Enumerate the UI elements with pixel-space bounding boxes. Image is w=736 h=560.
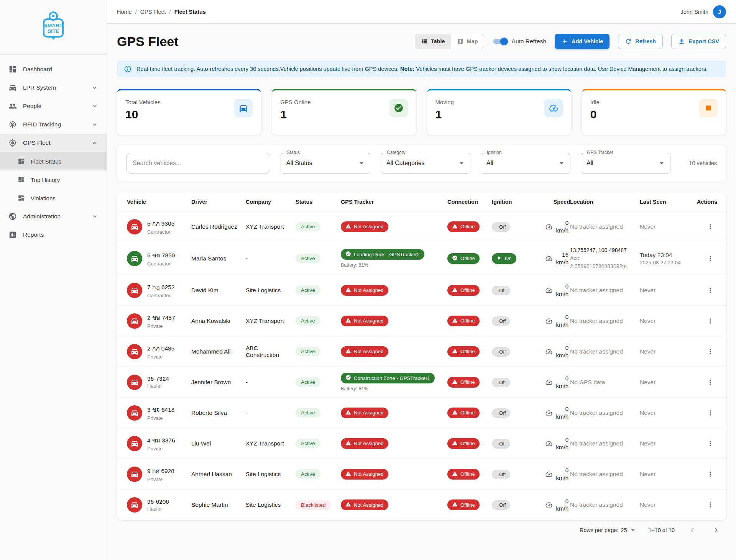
row-actions-button[interactable]: [703, 220, 717, 234]
column-header-status: Status: [296, 199, 341, 205]
sidebar-item-label: GPS Fleet: [23, 139, 51, 146]
filter-select-ignition[interactable]: Ignition All: [481, 153, 570, 174]
chevron-icon: [91, 103, 98, 110]
speed-value: 0: [556, 498, 568, 505]
next-page-button[interactable]: [710, 524, 722, 536]
breadcrumb-gps-fleet[interactable]: GPS Fleet: [140, 9, 166, 15]
speed-unit: km/h: [556, 382, 568, 390]
row-actions-button[interactable]: [703, 467, 717, 481]
search-input[interactable]: [126, 153, 270, 174]
refresh-label: Refresh: [635, 38, 656, 44]
map-view-button[interactable]: Map: [451, 34, 484, 49]
last-seen-main: Today 23:04: [640, 252, 696, 259]
top-bar: Home / GPS Fleet / Fleet Status John Smi…: [107, 0, 736, 24]
sidebar-item-fleet-status[interactable]: Fleet Status: [0, 152, 107, 170]
sidebar-item-dashboard[interactable]: Dashboard: [0, 60, 107, 79]
add-vehicle-button[interactable]: Add Vehicle: [555, 34, 610, 49]
auto-refresh-toggle[interactable]: Auto Refresh: [493, 37, 546, 46]
previous-page-button[interactable]: [686, 524, 698, 536]
status-badge: Blacklisted: [296, 500, 331, 510]
kebab-menu-icon: [706, 470, 714, 478]
ignition-badge: Off: [492, 378, 510, 387]
filter-select-label: Status: [285, 150, 302, 155]
row-actions-button[interactable]: [703, 283, 717, 297]
table-view-button[interactable]: Table: [415, 34, 451, 49]
ignition-badge: Off: [492, 500, 510, 510]
chevron-icon: [91, 84, 98, 91]
warning-icon: [452, 440, 458, 447]
stat-card-value: 1: [435, 108, 454, 121]
vehicle-category: Private: [147, 446, 175, 452]
row-actions-button[interactable]: [703, 252, 717, 265]
status-badge: Active: [296, 408, 320, 418]
sidebar-item-trip-history[interactable]: Trip History: [0, 170, 107, 189]
sidebar-item-label: People: [23, 103, 41, 110]
dropdown-caret-icon: [629, 526, 637, 534]
company-name: Site Logistics: [246, 287, 296, 294]
filter-select-value: All Categories: [386, 160, 425, 167]
row-actions-button[interactable]: [703, 437, 717, 450]
speedometer-icon: [545, 255, 553, 262]
vehicle-avatar-icon: [127, 405, 142, 421]
brand-logo: SMART SITE: [0, 0, 107, 55]
filter-select-label: GPS Tracker: [585, 150, 615, 155]
sidebar-item-people[interactable]: People: [0, 97, 107, 115]
company-name: Site Logistics: [246, 501, 296, 508]
check-icon: [389, 99, 408, 117]
sidebar-item-lpr-system[interactable]: LPR System: [0, 79, 107, 97]
sidebar-item-icon: [18, 194, 25, 202]
gps-tracker-badge: Not Assigned: [341, 438, 388, 449]
column-header-vehicle: Vehicle: [127, 199, 191, 205]
stat-card-value: 10: [125, 108, 161, 121]
rows-per-page-select[interactable]: Rows per page: 25: [580, 526, 637, 534]
table-header: VehicleDriverCompanyStatusGPS TrackerCon…: [117, 192, 726, 211]
chevron-icon: [91, 213, 98, 220]
user-box: John Smith J: [680, 5, 726, 18]
driver-name: David Kim: [191, 287, 246, 294]
driver-name: Mohammed Ali: [191, 348, 246, 355]
row-actions-button[interactable]: [703, 498, 717, 512]
sidebar-item-administration[interactable]: Administration: [0, 207, 107, 226]
table-row: 2 ขษ 7457 Private Anna Kowalski XYZ Tran…: [117, 306, 726, 336]
location-cell: No GPS data: [570, 378, 640, 386]
warning-icon: [452, 223, 458, 230]
kebab-menu-icon: [706, 440, 714, 447]
pagination-range: 1–10 of 10: [648, 527, 675, 533]
row-actions-button[interactable]: [703, 375, 717, 389]
filter-select-status[interactable]: Status All Status: [281, 153, 370, 174]
vehicle-avatar-icon: [127, 219, 142, 234]
driver-name: Anna Kowalski: [191, 318, 246, 324]
filter-select-label: Ignition: [485, 150, 504, 155]
row-actions-button[interactable]: [703, 406, 717, 420]
filter-select-gps-tracker[interactable]: GPS Tracker All: [581, 153, 670, 174]
connection-badge: Offline: [447, 499, 480, 510]
sidebar-item-label: Reports: [23, 231, 44, 238]
breadcrumb-home[interactable]: Home: [117, 9, 132, 15]
export-csv-button[interactable]: Export CSV: [671, 34, 726, 49]
sidebar-item-gps-fleet[interactable]: GPS Fleet: [0, 134, 107, 152]
last-seen-main: Never: [640, 287, 696, 294]
user-avatar[interactable]: J: [713, 5, 726, 18]
sidebar-item-reports[interactable]: Reports: [0, 226, 107, 244]
refresh-button[interactable]: Refresh: [618, 34, 663, 49]
location-cell: No tracker assigned: [570, 316, 640, 325]
sidebar-item-rfid-tracking[interactable]: RFID Tracking: [0, 115, 107, 134]
column-header-driver: Driver: [191, 199, 246, 205]
status-badge: Active: [296, 316, 320, 326]
chevron-icon: [91, 139, 98, 146]
company-name: ABC Construction: [246, 345, 296, 359]
column-header-gps-tracker: GPS Tracker: [341, 199, 447, 205]
speed-unit: km/h: [556, 290, 568, 298]
fleet-table: VehicleDriverCompanyStatusGPS TrackerCon…: [117, 192, 726, 520]
speed-unit: km/h: [556, 259, 568, 266]
vehicle-avatar-icon: [127, 344, 142, 359]
table-body: 5 กภ 9305 Contractor Carlos Rodriguez XY…: [117, 211, 726, 520]
sidebar-item-violations[interactable]: Violations: [0, 189, 107, 207]
vehicle-category: Contractor: [147, 293, 175, 298]
row-actions-button[interactable]: [703, 345, 717, 359]
status-badge: Active: [296, 439, 320, 448]
filter-select-category[interactable]: Category All Categories: [381, 153, 470, 174]
stat-card-label: Idle: [590, 99, 600, 105]
speed-unit: km/h: [556, 413, 568, 421]
row-actions-button[interactable]: [703, 314, 717, 328]
